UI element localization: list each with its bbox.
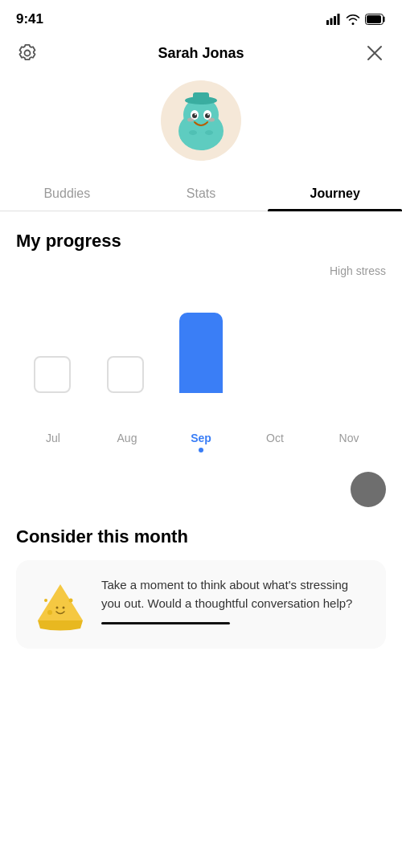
svg-point-13 bbox=[205, 113, 210, 118]
header: Sarah Jonas bbox=[0, 35, 402, 74]
scroll-indicator[interactable] bbox=[351, 472, 386, 507]
month-dot-row bbox=[16, 448, 386, 452]
card-underline bbox=[101, 622, 230, 624]
tab-buddies[interactable]: Buddies bbox=[0, 177, 134, 211]
header-title: Sarah Jonas bbox=[158, 45, 244, 62]
svg-point-15 bbox=[207, 114, 209, 116]
consider-card: Take a moment to think about what's stre… bbox=[16, 560, 386, 649]
svg-rect-2 bbox=[334, 16, 336, 25]
stress-label: High stress bbox=[330, 264, 386, 277]
svg-point-17 bbox=[208, 118, 215, 122]
bar-aug bbox=[107, 356, 144, 393]
chart-area: High stress bbox=[16, 264, 386, 425]
bar-aug-empty bbox=[107, 356, 144, 393]
wifi-icon bbox=[346, 14, 360, 25]
bar-sep bbox=[179, 313, 223, 393]
svg-point-18 bbox=[189, 130, 197, 135]
card-icon bbox=[32, 576, 88, 633]
month-oct: Oct bbox=[251, 432, 299, 444]
svg-point-14 bbox=[195, 114, 196, 116]
close-button[interactable] bbox=[363, 42, 386, 64]
battery-icon bbox=[365, 14, 386, 25]
tab-journey[interactable]: Journey bbox=[268, 177, 402, 211]
svg-point-12 bbox=[192, 113, 197, 118]
svg-point-22 bbox=[63, 607, 65, 609]
svg-rect-3 bbox=[338, 14, 340, 25]
card-text: Take a moment to think about what's stre… bbox=[101, 578, 352, 610]
active-month-dot bbox=[177, 448, 225, 452]
avatar-section bbox=[0, 74, 402, 177]
bar-jul-empty bbox=[34, 356, 71, 393]
consider-section: Consider this month Take a moment to thi… bbox=[0, 514, 402, 649]
chart-bars bbox=[16, 297, 386, 393]
tab-stats[interactable]: Stats bbox=[134, 177, 269, 211]
svg-point-24 bbox=[69, 599, 73, 603]
signal-icon bbox=[326, 14, 341, 25]
svg-point-21 bbox=[56, 607, 59, 609]
status-time: 9:41 bbox=[16, 11, 43, 27]
progress-title: My progress bbox=[16, 231, 386, 252]
card-content: Take a moment to think about what's stre… bbox=[101, 576, 370, 624]
month-nov: Nov bbox=[325, 432, 373, 444]
svg-point-25 bbox=[44, 599, 47, 602]
month-labels: Jul Aug Sep Oct Nov bbox=[16, 432, 386, 444]
svg-point-16 bbox=[187, 118, 194, 122]
settings-button[interactable] bbox=[16, 42, 39, 64]
scroll-indicator-row bbox=[0, 452, 402, 514]
consider-title: Consider this month bbox=[16, 526, 386, 547]
status-icons bbox=[326, 14, 386, 25]
avatar bbox=[161, 80, 241, 161]
month-aug: Aug bbox=[103, 432, 151, 444]
svg-point-20 bbox=[52, 602, 68, 618]
svg-rect-5 bbox=[367, 15, 381, 23]
bar-sep-filled bbox=[179, 313, 223, 393]
month-sep: Sep bbox=[177, 432, 225, 444]
svg-point-23 bbox=[47, 610, 52, 615]
tab-bar: Buddies Stats Journey bbox=[0, 177, 402, 211]
svg-rect-1 bbox=[330, 18, 333, 26]
month-jul: Jul bbox=[29, 432, 77, 444]
bar-jul bbox=[34, 356, 71, 393]
svg-rect-0 bbox=[326, 20, 329, 25]
status-bar: 9:41 bbox=[0, 0, 402, 35]
journey-content: My progress High stress bbox=[0, 211, 402, 452]
svg-point-19 bbox=[205, 130, 213, 135]
svg-rect-9 bbox=[193, 92, 209, 102]
